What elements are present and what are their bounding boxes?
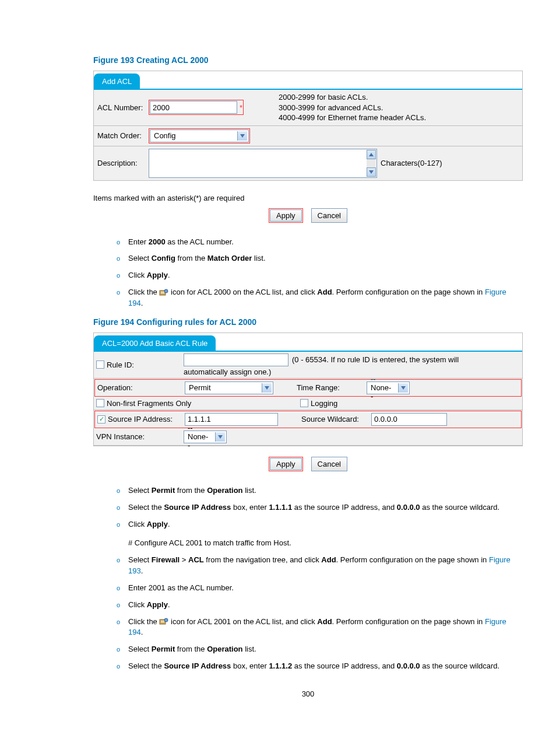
fragments-label: Non-first Fragments Only [107,399,191,408]
instruction-text: Select the Source IP Address box, enter … [128,502,523,513]
required-star-icon: * [240,103,242,112]
figure-194-title: Figure 194 Configuring rules for ACL 200… [93,317,523,327]
scroll-up-icon[interactable] [367,150,376,159]
apply-button[interactable]: Apply [270,209,302,222]
logging-checkbox[interactable] [300,399,308,407]
bullet-icon: o [117,271,128,281]
instruction-text: Click Apply. [128,519,523,530]
ruleid-label: Rule ID: [107,360,134,369]
add-rule-tab[interactable]: ACL=2000 Add Basic ACL Rule [94,335,216,351]
vpn-instance-select[interactable]: --None-- [184,430,227,443]
instruction-text: Select Config from the Match Order list. [128,253,523,264]
source-ip-checkbox[interactable] [97,415,105,424]
bullet-icon: o [117,645,128,654]
char-count-hint: Characters(0-127) [381,159,442,167]
operation-label: Operation: [97,383,185,392]
timerange-label: Time Range: [297,383,367,392]
config-icon [159,618,168,626]
timerange-select[interactable]: --None-- [367,382,410,394]
ruleid-hint2: automatically assign one.) [184,368,520,376]
svg-marker-8 [401,386,406,390]
figure-193-image: Add ACL ACL Number: * 2000-2999 for basi… [93,71,523,223]
chevron-down-icon [237,131,247,141]
instruction-text: Click Apply. [128,270,523,281]
chevron-down-icon [262,383,272,393]
hash-comment: # Configure ACL 2001 to match traffic fr… [128,538,523,549]
svg-marker-2 [369,170,374,174]
bullet-icon: o [117,556,128,565]
source-ip-label: Source IP Address: [108,415,173,424]
vpn-instance-label: VPN Instance: [96,432,184,441]
cancel-button[interactable]: Cancel [311,457,347,471]
instruction-text: Click the icon for ACL 2001 on the ACL l… [128,617,523,639]
fragments-checkbox[interactable] [96,399,104,407]
instruction-text: Select Permit from the Operation list. [128,644,523,655]
bullet-icon: o [117,254,128,264]
bullet-icon: o [117,584,128,593]
source-wildcard-input[interactable] [371,413,447,426]
instruction-text: Select Permit from the Operation list. [128,485,523,496]
ruleid-input[interactable] [184,354,288,366]
bullet-icon: o [117,618,128,627]
svg-rect-12 [161,622,164,622]
svg-point-13 [164,618,168,622]
instruction-text: Select Firewall > ACL from the navigatio… [128,555,523,577]
match-order-label: Match Order: [97,131,149,140]
logging-label: Logging [311,399,337,408]
cancel-button[interactable]: Cancel [311,208,347,223]
chevron-down-icon [215,432,225,442]
svg-marker-9 [218,435,223,439]
chevron-down-icon [398,383,408,393]
bullet-icon: o [117,503,128,513]
bullet-icon: o [117,662,128,671]
bullet-icon: o [117,238,128,247]
bullet-icon: o [117,487,128,496]
instruction-text: Enter 2000 as the ACL number. [128,237,523,248]
svg-rect-5 [161,293,164,293]
scroll-down-icon[interactable] [367,167,376,177]
svg-marker-1 [369,153,374,156]
instruction-text: Click Apply. [128,600,523,611]
svg-marker-7 [265,386,269,390]
match-order-select[interactable]: Config [150,130,249,142]
apply-button[interactable]: Apply [270,458,302,470]
description-textarea[interactable] [149,149,377,178]
svg-marker-0 [240,134,245,138]
config-icon [159,289,168,297]
figure-193-title: Figure 193 Creating ACL 2000 [93,55,523,65]
source-wildcard-label: Source Wildcard: [301,415,371,424]
svg-rect-4 [161,292,164,292]
instruction-text: Click the icon for ACL 2000 on the ACL l… [128,287,523,309]
operation-select[interactable]: Permit [185,382,273,394]
required-note: Items marked with an asterisk(*) are req… [93,191,523,206]
add-acl-tab[interactable]: Add ACL [94,74,140,89]
instruction-text: Select the Source IP Address box, enter … [128,661,523,672]
ruleid-hint: (0 - 65534. If no rule ID is entered, th… [292,355,459,364]
acl-range-help: 2000-2999 for basic ACLs. 3000-3999 for … [279,92,426,123]
ruleid-checkbox[interactable] [96,360,104,369]
acl-number-label: ACL Number: [97,103,149,112]
bullet-icon: o [117,601,128,610]
bullet-icon: o [117,520,128,530]
bullet-icon: o [117,288,128,298]
acl-number-input[interactable] [150,101,237,114]
figure-194-image: ACL=2000 Add Basic ACL Rule Rule ID: (0 … [93,332,523,471]
svg-point-6 [164,289,168,293]
instruction-text: Enter 2001 as the ACL number. [128,583,523,594]
page-number: 300 [93,690,523,698]
description-label: Description: [97,159,149,167]
svg-rect-11 [161,621,164,621]
